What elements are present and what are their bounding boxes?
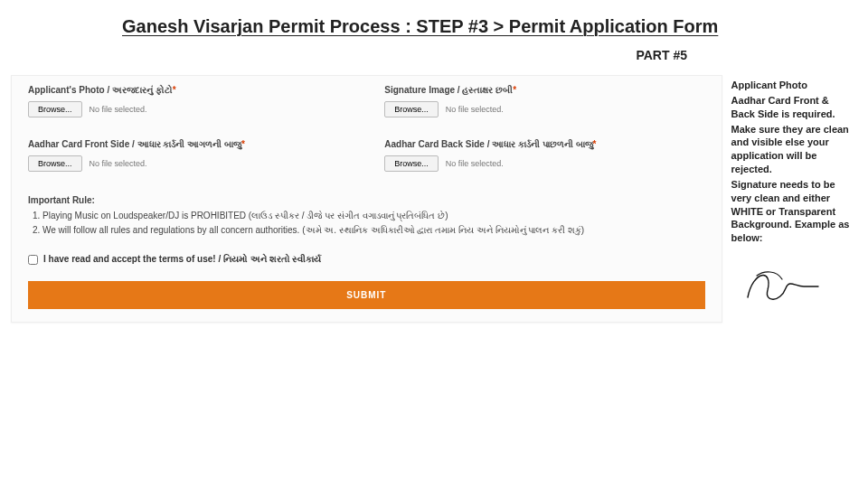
- signature-example: [731, 263, 850, 308]
- field-aadhar-front: Aadhar Card Front Side / આધાર કાર્ડની આગ…: [28, 139, 348, 172]
- signature-icon: [741, 263, 822, 308]
- note-line: Applicant Photo: [731, 79, 850, 92]
- application-form-panel: Applicant's Photo / અરજદારનું ફોટો* Brow…: [11, 75, 722, 323]
- part-number: PART #5: [0, 39, 868, 71]
- browse-button[interactable]: Browse...: [384, 101, 439, 117]
- field-aadhar-back: Aadhar Card Back Side / આધાર કાર્ડની પાછ…: [384, 139, 704, 172]
- browse-button[interactable]: Browse...: [384, 155, 439, 172]
- terms-checkbox-row[interactable]: I have read and accept the terms of use!…: [28, 254, 705, 265]
- no-file-text: No file selected.: [446, 159, 504, 168]
- note-line: Make sure they are clean and visible els…: [731, 123, 850, 176]
- terms-label: I have read and accept the terms of use!…: [43, 254, 321, 265]
- browse-button[interactable]: Browse...: [28, 101, 82, 117]
- field-label: Aadhar Card Front Side / આધાર કાર્ડની આગ…: [28, 139, 348, 150]
- no-file-text: No file selected.: [90, 159, 147, 168]
- page-title: Ganesh Visarjan Permit Process : STEP #3…: [0, 0, 868, 39]
- important-rules: Important Rule: Playing Music on Loudspe…: [28, 195, 705, 236]
- browse-button[interactable]: Browse...: [28, 155, 82, 172]
- rules-heading: Important Rule:: [28, 195, 705, 205]
- field-label: Signature Image / હસ્તાક્ષર છબી*: [384, 85, 704, 96]
- submit-button[interactable]: SUBMIT: [28, 281, 705, 309]
- note-line: Signature needs to be very clean and eit…: [731, 178, 850, 245]
- rule-item: Playing Music on Loudspeaker/DJ is PROHI…: [42, 211, 705, 221]
- rule-item: We will follow all rules and regulations…: [42, 225, 705, 236]
- no-file-text: No file selected.: [90, 105, 147, 114]
- field-signature-image: Signature Image / હસ્તાક્ષર છબી* Browse.…: [384, 85, 704, 117]
- field-label: Applicant's Photo / અરજદારનું ફોટો*: [28, 85, 348, 96]
- note-line: Aadhar Card Front & Back Side is require…: [731, 94, 850, 121]
- field-label: Aadhar Card Back Side / આધાર કાર્ડની પાછ…: [384, 139, 704, 150]
- field-applicant-photo: Applicant's Photo / અરજદારનું ફોટો* Brow…: [28, 85, 348, 117]
- side-notes: Applicant Photo Aadhar Card Front & Back…: [722, 75, 857, 308]
- terms-checkbox[interactable]: [28, 255, 38, 265]
- no-file-text: No file selected.: [446, 105, 504, 114]
